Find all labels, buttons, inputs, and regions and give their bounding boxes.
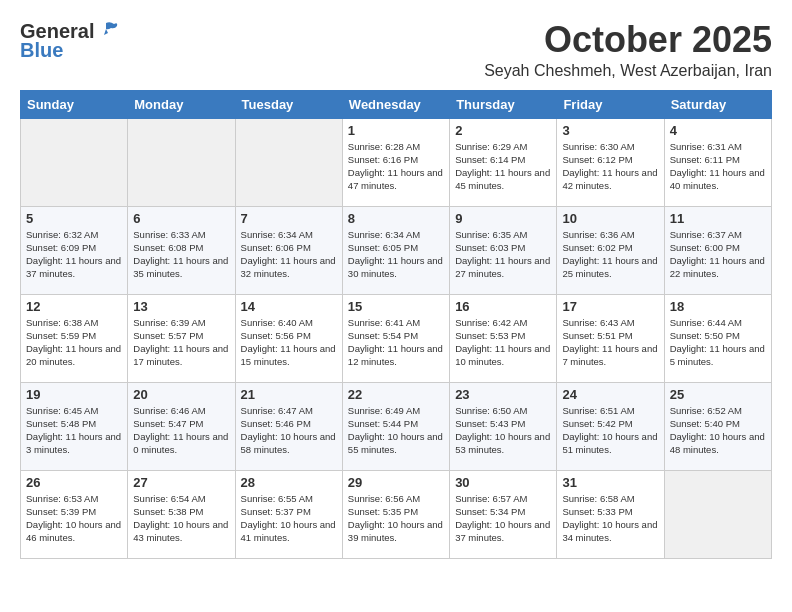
day-number: 20: [133, 387, 229, 402]
page-header: General Blue October 2025 Seyah Cheshmeh…: [20, 20, 772, 80]
day-info: Sunrise: 6:29 AMSunset: 6:14 PMDaylight:…: [455, 140, 551, 193]
day-info: Sunrise: 6:58 AMSunset: 5:33 PMDaylight:…: [562, 492, 658, 545]
title-block: October 2025 Seyah Cheshmeh, West Azerba…: [484, 20, 772, 80]
calendar-table: SundayMondayTuesdayWednesdayThursdayFrid…: [20, 90, 772, 559]
calendar-cell: 17Sunrise: 6:43 AMSunset: 5:51 PMDayligh…: [557, 294, 664, 382]
day-info: Sunrise: 6:39 AMSunset: 5:57 PMDaylight:…: [133, 316, 229, 369]
day-info: Sunrise: 6:45 AMSunset: 5:48 PMDaylight:…: [26, 404, 122, 457]
calendar-cell: 27Sunrise: 6:54 AMSunset: 5:38 PMDayligh…: [128, 470, 235, 558]
calendar-cell: 9Sunrise: 6:35 AMSunset: 6:03 PMDaylight…: [450, 206, 557, 294]
calendar-cell: 22Sunrise: 6:49 AMSunset: 5:44 PMDayligh…: [342, 382, 449, 470]
day-number: 9: [455, 211, 551, 226]
calendar-cell: 7Sunrise: 6:34 AMSunset: 6:06 PMDaylight…: [235, 206, 342, 294]
day-number: 11: [670, 211, 766, 226]
day-number: 23: [455, 387, 551, 402]
logo-bird-icon: [96, 21, 118, 39]
day-number: 5: [26, 211, 122, 226]
day-number: 8: [348, 211, 444, 226]
day-number: 13: [133, 299, 229, 314]
calendar-cell: 18Sunrise: 6:44 AMSunset: 5:50 PMDayligh…: [664, 294, 771, 382]
day-info: Sunrise: 6:55 AMSunset: 5:37 PMDaylight:…: [241, 492, 337, 545]
day-number: 31: [562, 475, 658, 490]
day-info: Sunrise: 6:36 AMSunset: 6:02 PMDaylight:…: [562, 228, 658, 281]
calendar-cell: 21Sunrise: 6:47 AMSunset: 5:46 PMDayligh…: [235, 382, 342, 470]
weekday-header-sunday: Sunday: [21, 90, 128, 118]
day-info: Sunrise: 6:53 AMSunset: 5:39 PMDaylight:…: [26, 492, 122, 545]
day-number: 2: [455, 123, 551, 138]
day-info: Sunrise: 6:32 AMSunset: 6:09 PMDaylight:…: [26, 228, 122, 281]
day-info: Sunrise: 6:38 AMSunset: 5:59 PMDaylight:…: [26, 316, 122, 369]
calendar-cell: [235, 118, 342, 206]
day-number: 10: [562, 211, 658, 226]
day-info: Sunrise: 6:51 AMSunset: 5:42 PMDaylight:…: [562, 404, 658, 457]
day-info: Sunrise: 6:54 AMSunset: 5:38 PMDaylight:…: [133, 492, 229, 545]
day-info: Sunrise: 6:43 AMSunset: 5:51 PMDaylight:…: [562, 316, 658, 369]
day-info: Sunrise: 6:35 AMSunset: 6:03 PMDaylight:…: [455, 228, 551, 281]
calendar-cell: 31Sunrise: 6:58 AMSunset: 5:33 PMDayligh…: [557, 470, 664, 558]
day-number: 21: [241, 387, 337, 402]
day-number: 1: [348, 123, 444, 138]
logo: General Blue: [20, 20, 118, 62]
day-number: 25: [670, 387, 766, 402]
weekday-header-wednesday: Wednesday: [342, 90, 449, 118]
day-info: Sunrise: 6:33 AMSunset: 6:08 PMDaylight:…: [133, 228, 229, 281]
day-info: Sunrise: 6:44 AMSunset: 5:50 PMDaylight:…: [670, 316, 766, 369]
day-info: Sunrise: 6:46 AMSunset: 5:47 PMDaylight:…: [133, 404, 229, 457]
week-row-4: 19Sunrise: 6:45 AMSunset: 5:48 PMDayligh…: [21, 382, 772, 470]
day-number: 3: [562, 123, 658, 138]
day-number: 19: [26, 387, 122, 402]
day-number: 4: [670, 123, 766, 138]
calendar-cell: 16Sunrise: 6:42 AMSunset: 5:53 PMDayligh…: [450, 294, 557, 382]
day-info: Sunrise: 6:34 AMSunset: 6:06 PMDaylight:…: [241, 228, 337, 281]
weekday-header-thursday: Thursday: [450, 90, 557, 118]
day-number: 28: [241, 475, 337, 490]
calendar-cell: 15Sunrise: 6:41 AMSunset: 5:54 PMDayligh…: [342, 294, 449, 382]
calendar-cell: 28Sunrise: 6:55 AMSunset: 5:37 PMDayligh…: [235, 470, 342, 558]
day-number: 22: [348, 387, 444, 402]
calendar-cell: 8Sunrise: 6:34 AMSunset: 6:05 PMDaylight…: [342, 206, 449, 294]
week-row-3: 12Sunrise: 6:38 AMSunset: 5:59 PMDayligh…: [21, 294, 772, 382]
weekday-header-row: SundayMondayTuesdayWednesdayThursdayFrid…: [21, 90, 772, 118]
weekday-header-monday: Monday: [128, 90, 235, 118]
calendar-cell: 25Sunrise: 6:52 AMSunset: 5:40 PMDayligh…: [664, 382, 771, 470]
day-info: Sunrise: 6:49 AMSunset: 5:44 PMDaylight:…: [348, 404, 444, 457]
day-number: 15: [348, 299, 444, 314]
weekday-header-friday: Friday: [557, 90, 664, 118]
day-info: Sunrise: 6:31 AMSunset: 6:11 PMDaylight:…: [670, 140, 766, 193]
day-info: Sunrise: 6:47 AMSunset: 5:46 PMDaylight:…: [241, 404, 337, 457]
calendar-cell: 23Sunrise: 6:50 AMSunset: 5:43 PMDayligh…: [450, 382, 557, 470]
day-number: 29: [348, 475, 444, 490]
day-info: Sunrise: 6:56 AMSunset: 5:35 PMDaylight:…: [348, 492, 444, 545]
day-info: Sunrise: 6:40 AMSunset: 5:56 PMDaylight:…: [241, 316, 337, 369]
day-info: Sunrise: 6:41 AMSunset: 5:54 PMDaylight:…: [348, 316, 444, 369]
day-number: 7: [241, 211, 337, 226]
calendar-cell: [21, 118, 128, 206]
day-number: 18: [670, 299, 766, 314]
week-row-2: 5Sunrise: 6:32 AMSunset: 6:09 PMDaylight…: [21, 206, 772, 294]
week-row-1: 1Sunrise: 6:28 AMSunset: 6:16 PMDaylight…: [21, 118, 772, 206]
day-number: 27: [133, 475, 229, 490]
day-number: 16: [455, 299, 551, 314]
day-info: Sunrise: 6:30 AMSunset: 6:12 PMDaylight:…: [562, 140, 658, 193]
calendar-cell: 24Sunrise: 6:51 AMSunset: 5:42 PMDayligh…: [557, 382, 664, 470]
calendar-cell: 10Sunrise: 6:36 AMSunset: 6:02 PMDayligh…: [557, 206, 664, 294]
day-number: 17: [562, 299, 658, 314]
day-info: Sunrise: 6:52 AMSunset: 5:40 PMDaylight:…: [670, 404, 766, 457]
logo-blue-text: Blue: [20, 39, 63, 62]
calendar-cell: 3Sunrise: 6:30 AMSunset: 6:12 PMDaylight…: [557, 118, 664, 206]
calendar-cell: 30Sunrise: 6:57 AMSunset: 5:34 PMDayligh…: [450, 470, 557, 558]
calendar-cell: 2Sunrise: 6:29 AMSunset: 6:14 PMDaylight…: [450, 118, 557, 206]
day-info: Sunrise: 6:57 AMSunset: 5:34 PMDaylight:…: [455, 492, 551, 545]
calendar-cell: 29Sunrise: 6:56 AMSunset: 5:35 PMDayligh…: [342, 470, 449, 558]
day-number: 26: [26, 475, 122, 490]
day-info: Sunrise: 6:42 AMSunset: 5:53 PMDaylight:…: [455, 316, 551, 369]
calendar-cell: 14Sunrise: 6:40 AMSunset: 5:56 PMDayligh…: [235, 294, 342, 382]
day-number: 12: [26, 299, 122, 314]
calendar-cell: 20Sunrise: 6:46 AMSunset: 5:47 PMDayligh…: [128, 382, 235, 470]
calendar-cell: 5Sunrise: 6:32 AMSunset: 6:09 PMDaylight…: [21, 206, 128, 294]
weekday-header-saturday: Saturday: [664, 90, 771, 118]
calendar-cell: 13Sunrise: 6:39 AMSunset: 5:57 PMDayligh…: [128, 294, 235, 382]
weekday-header-tuesday: Tuesday: [235, 90, 342, 118]
calendar-cell: [664, 470, 771, 558]
month-title: October 2025: [484, 20, 772, 60]
